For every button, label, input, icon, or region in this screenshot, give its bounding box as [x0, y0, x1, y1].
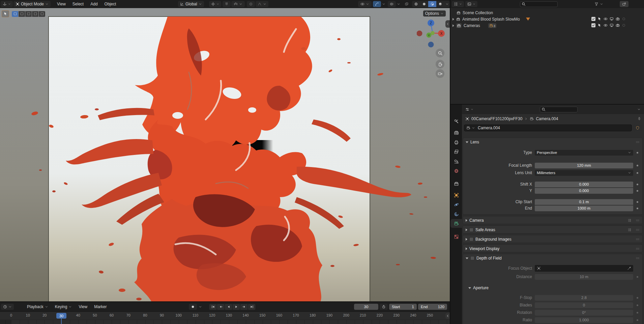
mode-dropdown[interactable]: Object Mode	[13, 1, 51, 7]
frame-start-field[interactable]: Start 1	[389, 304, 417, 310]
lens-panel-header[interactable]: Lens	[463, 138, 642, 146]
tab-texture[interactable]	[450, 232, 462, 241]
menu-object[interactable]: Object	[101, 1, 119, 7]
select-mode-invert-button[interactable]	[32, 11, 38, 17]
shading-material-button[interactable]	[428, 1, 436, 7]
background-images-checkbox[interactable]	[469, 237, 473, 241]
background-images-panel-header[interactable]: Background Images	[463, 235, 642, 243]
animate-dot[interactable]	[637, 312, 638, 314]
options-button[interactable]: Options	[423, 10, 446, 17]
ratio-slider[interactable]: 1.000	[535, 317, 633, 323]
eyedropper-icon[interactable]	[627, 266, 631, 270]
grip-dots-icon[interactable]	[636, 237, 640, 241]
menu-add[interactable]: Add	[87, 1, 100, 7]
grip-dots-icon[interactable]	[636, 256, 640, 260]
play-button[interactable]	[233, 304, 240, 310]
tab-physics[interactable]	[450, 200, 462, 209]
shift-x-slider[interactable]: 0.000	[535, 182, 633, 187]
zoom-button[interactable]	[436, 49, 444, 57]
properties-editor-type-button[interactable]	[463, 106, 475, 112]
expand-arrow-icon[interactable]	[452, 18, 454, 21]
timeline-collapse-tab[interactable]	[445, 313, 450, 319]
expand-arrow-icon[interactable]	[452, 24, 454, 27]
outliner-search-input[interactable]	[527, 2, 556, 6]
gizmos-dropdown[interactable]	[381, 1, 386, 7]
outliner-row-scene-collection[interactable]: Scene Collection	[450, 9, 644, 16]
frame-end-field[interactable]: End 120	[418, 304, 447, 310]
tab-tool[interactable]	[450, 117, 462, 126]
animate-dot[interactable]	[637, 297, 638, 299]
timeline-channel-strip[interactable]	[0, 320, 450, 324]
snap-target-dropdown[interactable]	[231, 1, 245, 7]
outliner-editor-type-button[interactable]	[452, 1, 464, 7]
playhead[interactable]: 30	[56, 313, 66, 319]
shading-rendered-button[interactable]	[436, 1, 444, 7]
hide-eye-icon[interactable]	[604, 23, 608, 27]
breadcrumb-data[interactable]: Camera.004	[536, 116, 558, 121]
animate-dot[interactable]	[637, 152, 638, 154]
safe-areas-panel-header[interactable]: Safe Areas	[463, 226, 642, 234]
outliner-display-mode-button[interactable]	[465, 1, 477, 7]
pan-button[interactable]	[436, 60, 444, 69]
menu-keying[interactable]: Keying	[52, 304, 75, 310]
auto-keying-toggle[interactable]	[189, 304, 197, 310]
jump-to-end-button[interactable]	[248, 304, 255, 310]
outliner-search[interactable]	[520, 1, 558, 7]
clip-start-slider[interactable]: 0.1 m	[535, 199, 633, 205]
animate-dot[interactable]	[637, 184, 638, 185]
render-disable-icon[interactable]	[616, 23, 620, 27]
current-frame-field[interactable]: 30	[354, 304, 378, 310]
focal-length-slider[interactable]: 120 mm	[535, 163, 633, 168]
viewport-display-panel-header[interactable]: Viewport Display	[463, 245, 642, 253]
gizmos-toggle[interactable]	[373, 1, 381, 7]
properties-search-input[interactable]	[547, 107, 576, 111]
select-mode-set-button[interactable]	[12, 11, 18, 17]
fake-user-button[interactable]	[633, 125, 642, 131]
next-keyframe-button[interactable]	[240, 304, 247, 310]
menu-marker[interactable]: Marker	[91, 304, 110, 310]
selectable-cursor-icon[interactable]	[597, 17, 602, 21]
distance-slider[interactable]: 10 m	[535, 274, 633, 280]
grip-dots-icon[interactable]	[636, 247, 640, 251]
holdout-circle-icon[interactable]	[622, 23, 626, 27]
shading-wireframe-button[interactable]	[412, 1, 420, 7]
tab-constraints[interactable]	[450, 210, 462, 218]
shading-solid-button[interactable]	[420, 1, 428, 7]
pivot-dropdown[interactable]	[209, 1, 221, 7]
camera-name-field[interactable]: Camera.004	[464, 125, 632, 131]
rotation-slider[interactable]: 0°	[535, 310, 633, 316]
safe-areas-checkbox[interactable]	[469, 228, 473, 232]
viewport-disable-icon[interactable]	[610, 17, 614, 21]
play-reverse-button[interactable]	[225, 304, 232, 310]
editor-divider[interactable]	[0, 301, 450, 302]
navigation-gizmo[interactable]: Y Z X	[417, 17, 449, 49]
camera-panel-header[interactable]: Camera	[463, 216, 642, 224]
previous-keyframe-button[interactable]	[217, 304, 224, 310]
select-mode-subtract-button[interactable]	[25, 11, 32, 17]
exclude-checkbox[interactable]	[591, 23, 595, 27]
animate-dot[interactable]	[637, 201, 638, 203]
exclude-checkbox[interactable]	[591, 17, 595, 21]
select-mode-intersect-button[interactable]	[39, 11, 45, 17]
properties-search[interactable]	[540, 107, 578, 112]
presets-list-icon[interactable]	[627, 228, 632, 232]
viewport-3d[interactable]: Options Y Z X	[0, 8, 450, 302]
pin-icon[interactable]	[637, 117, 641, 121]
focus-object-field[interactable]	[535, 265, 633, 272]
tab-render[interactable]	[450, 128, 462, 137]
presets-list-icon[interactable]	[627, 218, 632, 222]
grip-dots-icon[interactable]	[636, 140, 640, 144]
menu-timeline-view[interactable]: View	[76, 304, 90, 310]
hide-eye-icon[interactable]	[604, 17, 608, 21]
active-tool-indicator[interactable]	[2, 10, 9, 17]
fstop-slider[interactable]: 2.8	[535, 295, 633, 301]
timeline-ruler[interactable]: 0102040506070809010011012013014015016017…	[0, 312, 450, 320]
use-preview-range-toggle[interactable]	[380, 304, 388, 310]
new-collection-button[interactable]	[620, 1, 628, 7]
viewport-disable-icon[interactable]	[610, 23, 614, 27]
overlays-toggle[interactable]	[388, 1, 396, 7]
menu-select[interactable]: Select	[69, 1, 87, 7]
editor-type-button[interactable]	[1, 1, 13, 7]
visibility-dropdown[interactable]	[358, 1, 372, 7]
tab-scene[interactable]	[450, 157, 462, 166]
